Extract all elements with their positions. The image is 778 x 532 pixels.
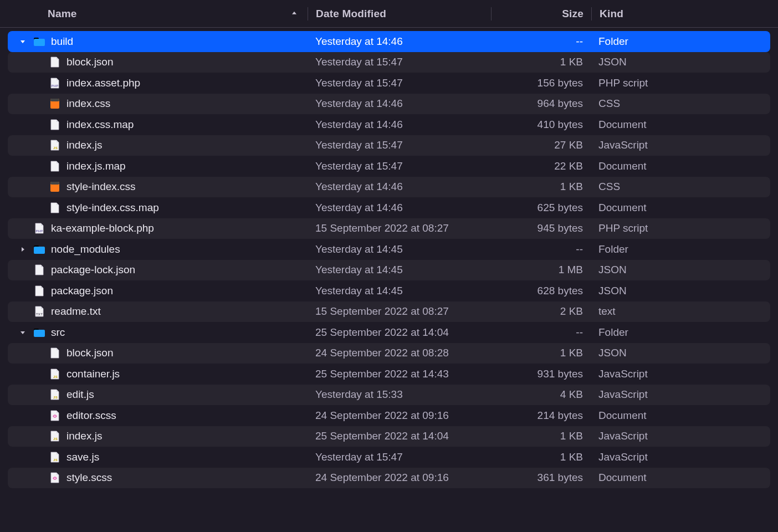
file-row[interactable]: save.jsYesterday at 15:471 KBJavaScript bbox=[8, 447, 770, 468]
file-row[interactable]: block.jsonYesterday at 15:471 KBJSON bbox=[8, 52, 770, 73]
cell-name: style.scss bbox=[8, 472, 308, 484]
file-blank-icon bbox=[49, 160, 61, 172]
file-js-icon bbox=[49, 430, 61, 442]
file-row[interactable]: package-lock.jsonYesterday at 14:451 MBJ… bbox=[8, 260, 770, 281]
cell-size: 1 KB bbox=[490, 56, 591, 68]
cell-date: Yesterday at 14:46 bbox=[308, 119, 490, 131]
disclosure-placeholder bbox=[33, 120, 43, 130]
cell-size: 2 KB bbox=[490, 305, 591, 318]
column-header-kind[interactable]: Kind bbox=[592, 8, 778, 20]
file-row[interactable]: index.js25 September 2022 at 14:041 KBJa… bbox=[8, 426, 770, 447]
disclosure-placeholder bbox=[33, 182, 43, 192]
file-name-label: container.js bbox=[66, 368, 120, 380]
cell-kind: JSON bbox=[591, 347, 770, 359]
cell-date: Yesterday at 15:47 bbox=[308, 160, 490, 172]
disclosure-open-icon[interactable] bbox=[18, 328, 28, 337]
file-name-label: edit.js bbox=[66, 388, 94, 401]
cell-name: block.json bbox=[8, 56, 308, 68]
disclosure-placeholder bbox=[33, 99, 43, 109]
file-row[interactable]: index.asset.phpYesterday at 15:47156 byt… bbox=[8, 73, 770, 94]
file-name-label: index.js bbox=[66, 139, 102, 151]
folder-row[interactable]: node_modulesYesterday at 14:45--Folder bbox=[8, 239, 770, 260]
disclosure-placeholder bbox=[33, 369, 43, 379]
file-name-label: readme.txt bbox=[51, 305, 101, 318]
cell-name: ka-example-block.php bbox=[8, 222, 308, 234]
folder-icon bbox=[33, 243, 45, 255]
disclosure-placeholder bbox=[18, 223, 28, 233]
cell-kind: Document bbox=[591, 410, 770, 422]
file-name-label: index.css.map bbox=[66, 119, 134, 131]
folder-row[interactable]: buildYesterday at 14:46--Folder bbox=[8, 31, 770, 52]
disclosure-placeholder bbox=[33, 411, 43, 421]
file-row[interactable]: index.cssYesterday at 14:46964 bytesCSS bbox=[8, 94, 770, 115]
file-list: buildYesterday at 14:46--Folderblock.jso… bbox=[0, 28, 778, 488]
folder-icon bbox=[33, 35, 45, 48]
file-row[interactable]: index.jsYesterday at 15:4727 KBJavaScrip… bbox=[8, 135, 770, 156]
file-blank-icon bbox=[49, 202, 61, 214]
file-row[interactable]: package.jsonYesterday at 14:45628 bytesJ… bbox=[8, 280, 770, 301]
cell-name: src bbox=[8, 326, 308, 339]
cell-name: build bbox=[8, 35, 308, 48]
cell-kind: JavaScript bbox=[591, 451, 770, 463]
file-row[interactable]: style-index.cssYesterday at 14:461 KBCSS bbox=[8, 177, 770, 198]
cell-kind: CSS bbox=[591, 98, 770, 110]
cell-date: Yesterday at 14:46 bbox=[308, 181, 490, 193]
cell-size: 22 KB bbox=[490, 160, 591, 172]
file-row[interactable]: ka-example-block.php15 September 2022 at… bbox=[8, 218, 770, 239]
file-name-label: editor.scss bbox=[66, 410, 116, 422]
cell-kind: Folder bbox=[591, 35, 770, 48]
file-name-label: index.js bbox=[66, 430, 102, 442]
file-row[interactable]: style-index.css.mapYesterday at 14:46625… bbox=[8, 197, 770, 218]
file-row[interactable]: index.css.mapYesterday at 14:46410 bytes… bbox=[8, 114, 770, 135]
file-row[interactable]: container.js25 September 2022 at 14:4393… bbox=[8, 364, 770, 385]
cell-date: Yesterday at 14:46 bbox=[308, 202, 490, 214]
cell-date: Yesterday at 15:47 bbox=[308, 139, 490, 151]
cell-kind: JavaScript bbox=[591, 430, 770, 442]
cell-date: 24 September 2022 at 09:16 bbox=[308, 472, 490, 484]
cell-name: index.css.map bbox=[8, 119, 308, 131]
column-header-row: Name Date Modified Size Kind bbox=[0, 0, 778, 28]
cell-name: edit.js bbox=[8, 388, 308, 401]
cell-kind: Document bbox=[591, 119, 770, 131]
cell-name: index.js.map bbox=[8, 160, 308, 172]
column-header-kind-label: Kind bbox=[600, 8, 623, 19]
cell-date: Yesterday at 15:33 bbox=[308, 388, 490, 401]
column-header-size[interactable]: Size bbox=[492, 8, 591, 20]
disclosure-closed-icon[interactable] bbox=[18, 244, 28, 254]
cell-size: -- bbox=[490, 326, 591, 339]
cell-size: 1 MB bbox=[490, 264, 591, 276]
file-row[interactable]: editor.scss24 September 2022 at 09:16214… bbox=[8, 405, 770, 426]
file-scss-icon bbox=[49, 472, 61, 484]
file-scss-icon bbox=[49, 410, 61, 422]
file-row[interactable]: style.scss24 September 2022 at 09:16361 … bbox=[8, 468, 770, 489]
cell-kind: PHP script bbox=[591, 77, 770, 89]
file-row[interactable]: index.js.mapYesterday at 15:4722 KBDocum… bbox=[8, 156, 770, 177]
disclosure-placeholder bbox=[18, 265, 28, 275]
cell-date: Yesterday at 15:47 bbox=[308, 56, 490, 68]
cell-size: 214 bytes bbox=[490, 410, 591, 422]
folder-row[interactable]: src25 September 2022 at 14:04--Folder bbox=[8, 322, 770, 343]
file-name-label: index.css bbox=[66, 98, 110, 110]
cell-kind: JSON bbox=[591, 264, 770, 276]
column-header-date[interactable]: Date Modified bbox=[308, 8, 491, 20]
cell-name: style-index.css.map bbox=[8, 202, 308, 214]
file-row[interactable]: edit.jsYesterday at 15:334 KBJavaScript bbox=[8, 385, 770, 406]
column-header-name[interactable]: Name bbox=[0, 8, 308, 20]
cell-date: 15 September 2022 at 08:27 bbox=[308, 305, 490, 318]
file-name-label: package.json bbox=[51, 285, 113, 297]
cell-name: style-index.css bbox=[8, 181, 308, 193]
cell-kind: PHP script bbox=[591, 222, 770, 234]
cell-name: package.json bbox=[8, 285, 308, 297]
file-row[interactable]: readme.txt15 September 2022 at 08:272 KB… bbox=[8, 301, 770, 323]
file-blank-icon bbox=[49, 56, 61, 68]
disclosure-open-icon[interactable] bbox=[18, 37, 28, 47]
disclosure-placeholder bbox=[33, 140, 43, 150]
folder-icon bbox=[33, 326, 45, 339]
cell-size: 1 KB bbox=[490, 451, 591, 463]
column-header-date-label: Date Modified bbox=[316, 8, 386, 19]
disclosure-placeholder bbox=[33, 473, 43, 483]
cell-size: 964 bytes bbox=[490, 98, 591, 110]
file-name-label: block.json bbox=[66, 56, 114, 68]
file-row[interactable]: block.json24 September 2022 at 08:281 KB… bbox=[8, 343, 770, 364]
file-blank-icon bbox=[49, 347, 61, 359]
